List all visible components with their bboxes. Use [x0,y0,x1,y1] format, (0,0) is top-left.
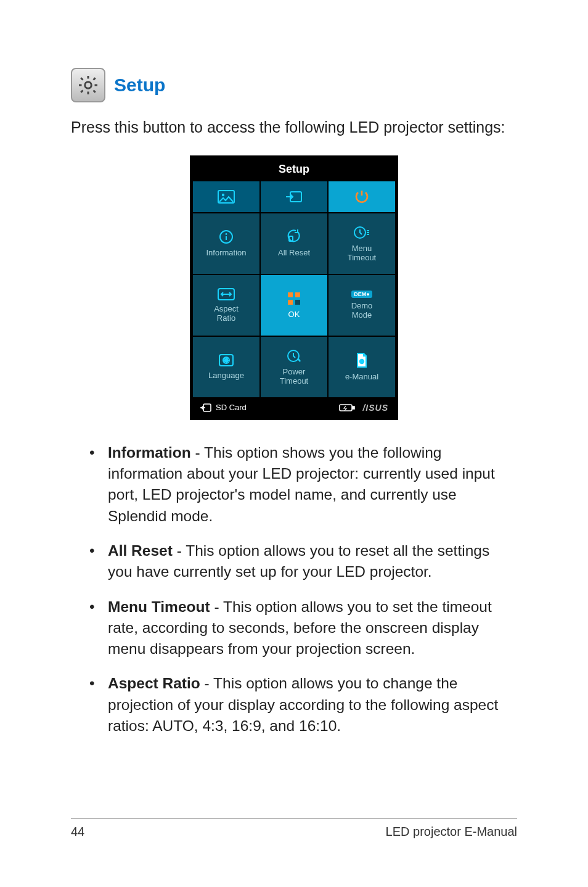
svg-rect-10 [295,292,300,297]
list-item: • Information - This option shows you th… [89,442,505,527]
page-title: Setup [114,75,165,96]
brand-label: /ISUS [362,403,388,413]
doc-title: LED projector E-Manual [386,825,517,839]
tile-information[interactable]: Information [192,213,260,274]
tile-label: DemoMode [351,302,373,320]
tile-aspect-ratio[interactable]: AspectRatio [192,274,260,336]
tile-label: MenuTimeout [348,244,376,263]
nav-power[interactable] [328,181,396,213]
svg-rect-11 [288,300,293,305]
svg-rect-9 [288,292,293,297]
tile-language[interactable]: Language [192,336,260,398]
tile-ok[interactable]: OK [260,274,328,336]
footer: 44 LED projector E-Manual [71,818,517,839]
status-bar: SD Card /ISUS [192,398,396,418]
list-item: • All Reset - This option allows you to … [89,540,505,583]
tile-all-reset[interactable]: All Reset [260,213,328,274]
bullet-list: • Information - This option shows you th… [71,442,517,737]
intro-text: Press this button to access the followin… [71,117,517,138]
status-card-label: SD Card [216,403,247,412]
page-number: 44 [71,825,84,839]
tile-label: AspectRatio [214,305,239,323]
tile-menu-timeout[interactable]: MenuTimeout [328,213,396,274]
list-item: • Menu Timeout - This option allows you … [89,596,505,660]
tile-label: OK [288,310,300,320]
title-row: Setup [71,68,517,102]
svg-rect-19 [340,405,352,411]
svg-point-5 [226,233,227,235]
tile-label: Information [206,249,246,258]
screenshot-title: Setup [192,158,396,181]
tile-grid: Information All Reset [192,213,396,398]
svg-point-0 [85,82,92,89]
tile-power-timeout[interactable]: PowerTimeout [260,336,328,398]
nav-picture[interactable] [192,181,260,213]
svg-point-2 [222,194,224,196]
tile-label: Language [208,371,244,381]
setup-gear-icon [71,68,105,102]
nav-row [192,181,396,213]
battery-icon [339,403,355,412]
svg-rect-12 [295,300,300,305]
tile-label: PowerTimeout [280,368,308,386]
return-icon [200,403,212,413]
tile-label: e-Manual [345,373,378,382]
tile-demo-mode[interactable]: DEM● DemoMode [328,274,396,336]
nav-input[interactable] [260,181,328,213]
tile-label: All Reset [278,249,310,258]
list-item: • Aspect Ratio - This option allows you … [89,673,505,736]
demo-badge-icon: DEM● [351,291,372,298]
tile-e-manual[interactable]: e e-Manual [328,336,396,398]
setup-screenshot: Setup [190,155,398,420]
svg-rect-20 [353,406,354,409]
